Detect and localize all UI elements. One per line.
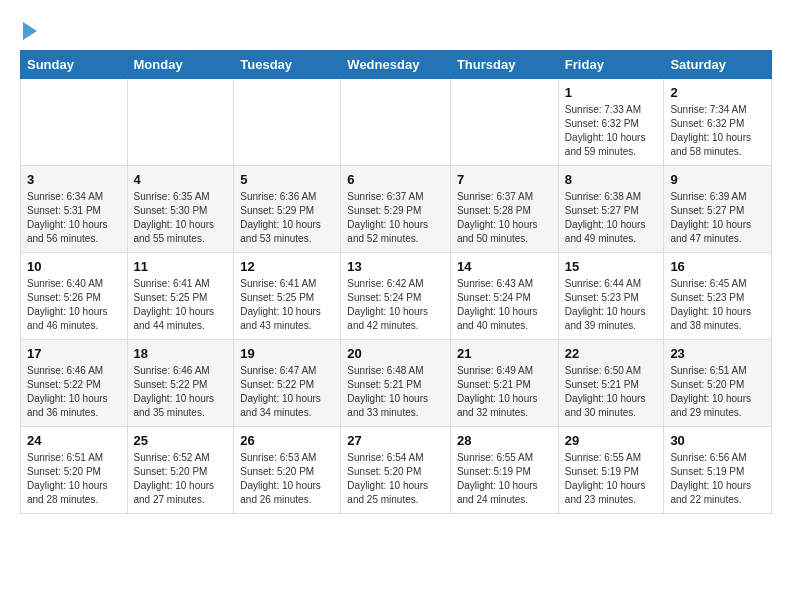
day-number: 13 [347, 259, 444, 274]
calendar-cell: 17Sunrise: 6:46 AMSunset: 5:22 PMDayligh… [21, 340, 128, 427]
calendar-cell [450, 79, 558, 166]
day-number: 9 [670, 172, 765, 187]
calendar-cell: 14Sunrise: 6:43 AMSunset: 5:24 PMDayligh… [450, 253, 558, 340]
day-number: 2 [670, 85, 765, 100]
day-detail: Sunrise: 6:55 AMSunset: 5:19 PMDaylight:… [457, 451, 552, 507]
day-number: 27 [347, 433, 444, 448]
day-detail: Sunrise: 6:49 AMSunset: 5:21 PMDaylight:… [457, 364, 552, 420]
day-detail: Sunrise: 6:45 AMSunset: 5:23 PMDaylight:… [670, 277, 765, 333]
calendar-cell: 5Sunrise: 6:36 AMSunset: 5:29 PMDaylight… [234, 166, 341, 253]
day-detail: Sunrise: 6:52 AMSunset: 5:20 PMDaylight:… [134, 451, 228, 507]
day-number: 14 [457, 259, 552, 274]
calendar-cell: 6Sunrise: 6:37 AMSunset: 5:29 PMDaylight… [341, 166, 451, 253]
day-detail: Sunrise: 6:55 AMSunset: 5:19 PMDaylight:… [565, 451, 658, 507]
day-number: 19 [240, 346, 334, 361]
calendar-cell: 24Sunrise: 6:51 AMSunset: 5:20 PMDayligh… [21, 427, 128, 514]
day-number: 5 [240, 172, 334, 187]
weekday-header-wednesday: Wednesday [341, 51, 451, 79]
calendar-cell: 27Sunrise: 6:54 AMSunset: 5:20 PMDayligh… [341, 427, 451, 514]
calendar-cell: 20Sunrise: 6:48 AMSunset: 5:21 PMDayligh… [341, 340, 451, 427]
day-number: 22 [565, 346, 658, 361]
day-number: 30 [670, 433, 765, 448]
calendar-cell: 12Sunrise: 6:41 AMSunset: 5:25 PMDayligh… [234, 253, 341, 340]
calendar-cell [127, 79, 234, 166]
calendar-cell: 19Sunrise: 6:47 AMSunset: 5:22 PMDayligh… [234, 340, 341, 427]
logo-arrow-icon [23, 22, 37, 40]
day-number: 17 [27, 346, 121, 361]
weekday-header-sunday: Sunday [21, 51, 128, 79]
day-number: 21 [457, 346, 552, 361]
calendar-cell: 4Sunrise: 6:35 AMSunset: 5:30 PMDaylight… [127, 166, 234, 253]
logo [20, 20, 37, 40]
calendar-cell: 21Sunrise: 6:49 AMSunset: 5:21 PMDayligh… [450, 340, 558, 427]
day-number: 6 [347, 172, 444, 187]
day-detail: Sunrise: 6:46 AMSunset: 5:22 PMDaylight:… [27, 364, 121, 420]
day-number: 26 [240, 433, 334, 448]
weekday-header-thursday: Thursday [450, 51, 558, 79]
calendar-cell: 30Sunrise: 6:56 AMSunset: 5:19 PMDayligh… [664, 427, 772, 514]
day-number: 16 [670, 259, 765, 274]
day-detail: Sunrise: 6:50 AMSunset: 5:21 PMDaylight:… [565, 364, 658, 420]
calendar-cell: 25Sunrise: 6:52 AMSunset: 5:20 PMDayligh… [127, 427, 234, 514]
day-detail: Sunrise: 6:37 AMSunset: 5:29 PMDaylight:… [347, 190, 444, 246]
day-number: 23 [670, 346, 765, 361]
day-number: 3 [27, 172, 121, 187]
day-number: 11 [134, 259, 228, 274]
day-detail: Sunrise: 6:41 AMSunset: 5:25 PMDaylight:… [240, 277, 334, 333]
calendar-cell: 18Sunrise: 6:46 AMSunset: 5:22 PMDayligh… [127, 340, 234, 427]
weekday-header-friday: Friday [558, 51, 664, 79]
day-number: 8 [565, 172, 658, 187]
day-number: 28 [457, 433, 552, 448]
calendar-cell: 22Sunrise: 6:50 AMSunset: 5:21 PMDayligh… [558, 340, 664, 427]
day-number: 1 [565, 85, 658, 100]
calendar-cell: 10Sunrise: 6:40 AMSunset: 5:26 PMDayligh… [21, 253, 128, 340]
calendar-cell: 3Sunrise: 6:34 AMSunset: 5:31 PMDaylight… [21, 166, 128, 253]
calendar-cell: 1Sunrise: 7:33 AMSunset: 6:32 PMDaylight… [558, 79, 664, 166]
day-number: 25 [134, 433, 228, 448]
calendar-cell: 13Sunrise: 6:42 AMSunset: 5:24 PMDayligh… [341, 253, 451, 340]
calendar-cell [341, 79, 451, 166]
day-detail: Sunrise: 6:44 AMSunset: 5:23 PMDaylight:… [565, 277, 658, 333]
day-detail: Sunrise: 6:46 AMSunset: 5:22 PMDaylight:… [134, 364, 228, 420]
day-detail: Sunrise: 6:37 AMSunset: 5:28 PMDaylight:… [457, 190, 552, 246]
calendar-cell [21, 79, 128, 166]
calendar-cell: 26Sunrise: 6:53 AMSunset: 5:20 PMDayligh… [234, 427, 341, 514]
day-detail: Sunrise: 6:47 AMSunset: 5:22 PMDaylight:… [240, 364, 334, 420]
day-number: 20 [347, 346, 444, 361]
weekday-header-saturday: Saturday [664, 51, 772, 79]
day-detail: Sunrise: 6:51 AMSunset: 5:20 PMDaylight:… [670, 364, 765, 420]
day-number: 10 [27, 259, 121, 274]
day-detail: Sunrise: 6:43 AMSunset: 5:24 PMDaylight:… [457, 277, 552, 333]
calendar-cell: 11Sunrise: 6:41 AMSunset: 5:25 PMDayligh… [127, 253, 234, 340]
day-detail: Sunrise: 6:48 AMSunset: 5:21 PMDaylight:… [347, 364, 444, 420]
day-detail: Sunrise: 6:35 AMSunset: 5:30 PMDaylight:… [134, 190, 228, 246]
day-detail: Sunrise: 6:54 AMSunset: 5:20 PMDaylight:… [347, 451, 444, 507]
day-detail: Sunrise: 7:33 AMSunset: 6:32 PMDaylight:… [565, 103, 658, 159]
day-number: 12 [240, 259, 334, 274]
day-number: 4 [134, 172, 228, 187]
day-number: 29 [565, 433, 658, 448]
day-detail: Sunrise: 6:56 AMSunset: 5:19 PMDaylight:… [670, 451, 765, 507]
day-detail: Sunrise: 6:34 AMSunset: 5:31 PMDaylight:… [27, 190, 121, 246]
calendar-cell: 15Sunrise: 6:44 AMSunset: 5:23 PMDayligh… [558, 253, 664, 340]
day-detail: Sunrise: 6:40 AMSunset: 5:26 PMDaylight:… [27, 277, 121, 333]
day-detail: Sunrise: 7:34 AMSunset: 6:32 PMDaylight:… [670, 103, 765, 159]
calendar-cell [234, 79, 341, 166]
day-detail: Sunrise: 6:38 AMSunset: 5:27 PMDaylight:… [565, 190, 658, 246]
day-number: 18 [134, 346, 228, 361]
calendar-cell: 23Sunrise: 6:51 AMSunset: 5:20 PMDayligh… [664, 340, 772, 427]
day-number: 15 [565, 259, 658, 274]
day-detail: Sunrise: 6:53 AMSunset: 5:20 PMDaylight:… [240, 451, 334, 507]
calendar-cell: 2Sunrise: 7:34 AMSunset: 6:32 PMDaylight… [664, 79, 772, 166]
calendar-cell: 8Sunrise: 6:38 AMSunset: 5:27 PMDaylight… [558, 166, 664, 253]
day-detail: Sunrise: 6:42 AMSunset: 5:24 PMDaylight:… [347, 277, 444, 333]
weekday-header-tuesday: Tuesday [234, 51, 341, 79]
calendar-cell: 7Sunrise: 6:37 AMSunset: 5:28 PMDaylight… [450, 166, 558, 253]
day-detail: Sunrise: 6:36 AMSunset: 5:29 PMDaylight:… [240, 190, 334, 246]
calendar-cell: 16Sunrise: 6:45 AMSunset: 5:23 PMDayligh… [664, 253, 772, 340]
header [20, 20, 772, 40]
calendar-cell: 28Sunrise: 6:55 AMSunset: 5:19 PMDayligh… [450, 427, 558, 514]
calendar-cell: 29Sunrise: 6:55 AMSunset: 5:19 PMDayligh… [558, 427, 664, 514]
weekday-header-monday: Monday [127, 51, 234, 79]
day-detail: Sunrise: 6:39 AMSunset: 5:27 PMDaylight:… [670, 190, 765, 246]
